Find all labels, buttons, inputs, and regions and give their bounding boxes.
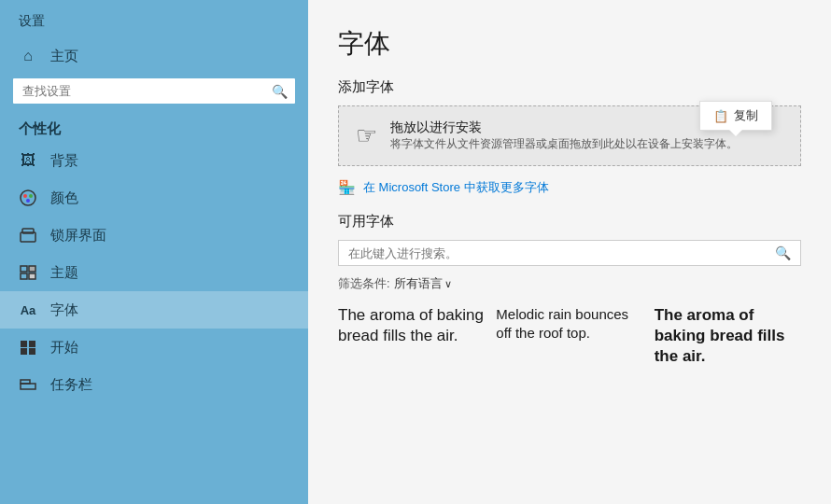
svg-point-1 — [23, 194, 27, 198]
svg-point-3 — [26, 199, 30, 203]
svg-rect-5 — [22, 229, 34, 233]
taskbar-icon — [19, 375, 37, 394]
svg-point-2 — [29, 194, 33, 198]
sidebar-item-label-home: 主页 — [50, 48, 78, 65]
font-preview-3[interactable]: The aroma of baking bread fills the air. — [655, 305, 801, 367]
copy-icon: 📋 — [713, 109, 728, 123]
background-icon: 🖼 — [19, 151, 37, 170]
lockscreen-icon — [19, 226, 37, 245]
font-preview-1[interactable]: The aroma of baking bread fills the air. — [338, 305, 485, 367]
sidebar-section-label: 个性化 — [0, 113, 308, 142]
font-search-container: 🔍 — [338, 240, 801, 266]
sidebar-item-label-background: 背景 — [50, 152, 78, 170]
start-icon — [19, 338, 37, 357]
svg-rect-10 — [21, 341, 27, 347]
sidebar-search-container: 🔍 — [13, 78, 295, 104]
sidebar-item-start[interactable]: 开始 — [0, 329, 308, 366]
store-icon: 🏪 — [338, 179, 356, 196]
font-preview-2[interactable]: Melodic rain bounces off the roof top. — [496, 305, 642, 367]
svg-rect-11 — [29, 341, 35, 347]
search-input[interactable] — [13, 78, 295, 104]
page-title: 字体 — [338, 26, 801, 62]
chevron-down-icon: ∨ — [444, 278, 452, 290]
font-preview-text-2: Melodic rain bounces off the roof top. — [496, 305, 642, 342]
font-search-icon: 🔍 — [775, 245, 791, 260]
drag-drop-text-container: 拖放以进行安装 将字体文件从文件资源管理器或桌面拖放到此处以在设备上安装字体。 — [390, 119, 738, 152]
sidebar-title: 设置 — [0, 0, 308, 37]
sidebar-item-colors[interactable]: 颜色 — [0, 179, 308, 217]
sidebar-item-home[interactable]: ⌂ 主页 — [0, 37, 308, 75]
svg-rect-12 — [21, 348, 27, 355]
sidebar-item-label-themes: 主题 — [50, 264, 78, 282]
font-preview-text-3: The aroma of baking bread fills the air. — [655, 305, 801, 367]
svg-rect-9 — [29, 273, 35, 279]
fonts-icon: Aa — [19, 301, 37, 319]
sidebar-item-label-lockscreen: 锁屏界面 — [50, 227, 106, 245]
svg-rect-7 — [29, 266, 35, 272]
sidebar-item-label-colors: 颜色 — [50, 189, 78, 207]
filter-dropdown[interactable]: 所有语言 ∨ — [394, 275, 452, 292]
sidebar-item-background[interactable]: 🖼 背景 — [0, 142, 308, 179]
svg-rect-14 — [21, 384, 35, 389]
font-preview-grid: The aroma of baking bread fills the air.… — [338, 305, 801, 367]
svg-point-0 — [21, 190, 35, 205]
main-content: 字体 添加字体 ☞ 拖放以进行安装 将字体文件从文件资源管理器或桌面拖放到此处以… — [308, 0, 831, 504]
sidebar-item-label-start: 开始 — [50, 339, 78, 357]
search-icon: 🔍 — [272, 84, 288, 99]
sidebar-item-taskbar[interactable]: 任务栏 — [0, 366, 308, 403]
copy-tooltip-label: 复制 — [734, 107, 758, 124]
filter-label: 筛选条件: — [338, 275, 390, 292]
svg-rect-15 — [21, 380, 30, 384]
font-search-input[interactable] — [348, 246, 768, 260]
svg-rect-13 — [29, 348, 35, 355]
font-preview-text-1: The aroma of baking bread fills the air. — [338, 305, 485, 346]
svg-rect-6 — [21, 266, 27, 272]
store-link-text: 在 Microsoft Store 中获取更多字体 — [363, 179, 549, 196]
svg-rect-8 — [21, 273, 27, 279]
drag-drop-area[interactable]: ☞ 拖放以进行安装 将字体文件从文件资源管理器或桌面拖放到此处以在设备上安装字体… — [338, 105, 801, 166]
available-fonts-title: 可用字体 — [338, 213, 801, 231]
themes-icon — [19, 263, 37, 282]
drag-text-main: 拖放以进行安装 — [390, 119, 738, 136]
store-link[interactable]: 🏪 在 Microsoft Store 中获取更多字体 — [338, 179, 801, 196]
sidebar-item-fonts[interactable]: Aa 字体 — [0, 291, 308, 329]
drag-cursor-icon: ☞ — [356, 121, 377, 150]
colors-icon — [19, 189, 37, 207]
filter-value-text: 所有语言 — [394, 275, 443, 292]
sidebar: 设置 ⌂ 主页 🔍 个性化 🖼 背景 颜色 — [0, 0, 308, 504]
home-icon: ⌂ — [19, 47, 37, 65]
sidebar-item-label-fonts: 字体 — [50, 301, 78, 319]
sidebar-item-label-taskbar: 任务栏 — [50, 376, 92, 394]
drag-text-sub: 将字体文件从文件资源管理器或桌面拖放到此处以在设备上安装字体。 — [390, 136, 738, 152]
filter-row: 筛选条件: 所有语言 ∨ — [338, 275, 801, 292]
sidebar-item-themes[interactable]: 主题 — [0, 254, 308, 291]
copy-tooltip[interactable]: 📋 复制 — [699, 101, 772, 131]
add-fonts-section-title: 添加字体 — [338, 78, 801, 96]
sidebar-item-lockscreen[interactable]: 锁屏界面 — [0, 217, 308, 254]
